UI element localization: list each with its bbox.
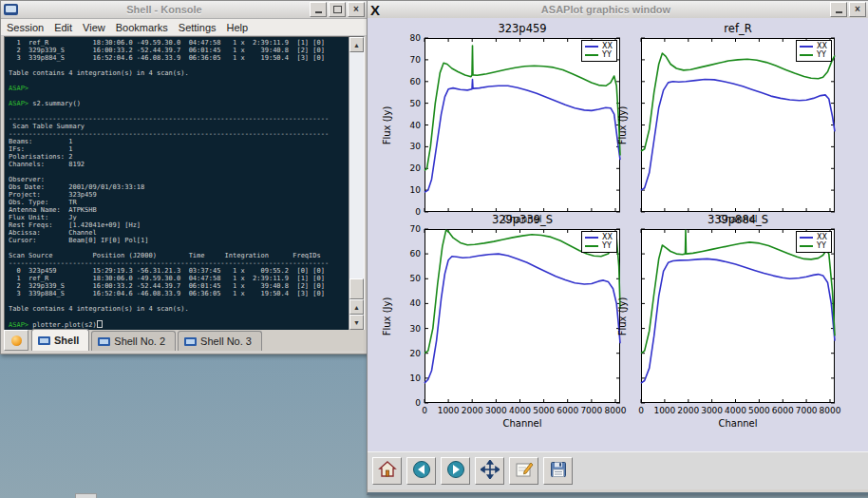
legend-label: XX bbox=[602, 42, 613, 50]
terminal-line: Obs. Type: TR bbox=[9, 199, 349, 206]
menu-item-bookmarks[interactable]: Bookmarks bbox=[116, 22, 168, 33]
konsole-titlebar[interactable]: Shell - Konsole × bbox=[1, 1, 368, 19]
maximize-button[interactable] bbox=[329, 2, 346, 17]
legend-label: XX bbox=[602, 233, 613, 241]
minimize-button[interactable] bbox=[830, 2, 847, 17]
terminal-icon bbox=[184, 337, 197, 346]
tab-label: Shell No. 2 bbox=[114, 335, 165, 347]
plot-title: ref_R bbox=[641, 22, 835, 35]
terminal-line: Abcissa: Channel bbox=[9, 229, 349, 237]
menu-item-session[interactable]: Session bbox=[7, 22, 44, 33]
tab-label: Shell No. 3 bbox=[200, 335, 252, 347]
desktop: Shell - Konsole × SessionEditViewBookmar… bbox=[0, 0, 868, 498]
close-button[interactable]: × bbox=[849, 2, 866, 17]
terminal-line: Beams: 1 bbox=[9, 138, 349, 145]
plot-area[interactable] bbox=[641, 38, 835, 212]
close-icon: × bbox=[353, 5, 359, 14]
asaplot-window-title: ASAPlot graphics window bbox=[384, 4, 828, 15]
menu-item-edit[interactable]: Edit bbox=[54, 22, 72, 33]
legend-line-sample bbox=[585, 237, 598, 239]
plot-area[interactable] bbox=[641, 229, 835, 403]
terminal-line: Observer: bbox=[9, 176, 349, 183]
terminal-line: IFs: 1 bbox=[9, 145, 349, 153]
scrollbar-thumb[interactable] bbox=[349, 278, 364, 299]
forward-button[interactable] bbox=[441, 457, 470, 485]
y-axis-label: Flux (Jy) bbox=[382, 105, 392, 144]
new-session-button[interactable] bbox=[4, 330, 28, 351]
terminal-line bbox=[9, 92, 349, 100]
legend-label: YY bbox=[817, 241, 826, 250]
menu-item-settings[interactable]: Settings bbox=[179, 22, 217, 33]
konsole-window: Shell - Konsole × SessionEditViewBookmar… bbox=[0, 0, 368, 354]
scrollbar-track[interactable] bbox=[349, 52, 364, 278]
minimize-icon bbox=[836, 11, 842, 13]
plot-area[interactable] bbox=[425, 38, 620, 212]
legend: XXYY bbox=[581, 40, 617, 62]
scroll-down-icon[interactable]: ▼ bbox=[349, 315, 364, 330]
y-tick-label: 0 bbox=[398, 398, 421, 408]
minimize-button[interactable] bbox=[310, 2, 327, 17]
terminal-line bbox=[9, 77, 349, 85]
terminal-line: Polarisations: 2 bbox=[9, 153, 349, 161]
legend: XXYY bbox=[796, 40, 832, 62]
subplot-329p339_S: 329p339_S0100020003000400050006000700080… bbox=[425, 229, 620, 403]
terminal-output[interactable]: 1 ref_R 18:30:06.0 -49.59.30.0 04:47:58 … bbox=[5, 37, 349, 330]
y-axis-label: Flux (Jy) bbox=[617, 105, 628, 144]
legend: XXYY bbox=[796, 231, 832, 253]
pan-button[interactable] bbox=[475, 457, 504, 485]
terminal-scrollbar[interactable]: ▲ ▲ ▼ bbox=[349, 37, 364, 330]
forward-icon bbox=[446, 460, 465, 483]
close-icon: × bbox=[855, 5, 860, 14]
tab-label: Shell bbox=[54, 335, 79, 346]
terminal-line: 1 ref_R 18:30:06.0 -49.59.30.0 04:47:58 … bbox=[9, 275, 349, 282]
legend-line-sample bbox=[585, 54, 598, 56]
back-button[interactable] bbox=[406, 457, 436, 485]
tab-shell-no-2[interactable]: Shell No. 2 bbox=[91, 331, 176, 351]
y-tick-label: 50 bbox=[398, 99, 421, 108]
x-axis-label: Channel bbox=[641, 418, 835, 429]
plot-title: 339p884_S bbox=[641, 213, 835, 226]
konsole-window-title: Shell - Konsole bbox=[21, 4, 308, 15]
tab-shell[interactable]: Shell bbox=[31, 329, 89, 351]
plot-area[interactable] bbox=[425, 229, 620, 403]
menu-item-view[interactable]: View bbox=[83, 22, 105, 33]
scroll-up-icon[interactable]: ▲ bbox=[349, 37, 364, 52]
terminal-line: Rest Freqs: [1.42041e+09] [Hz] bbox=[9, 221, 349, 229]
y-axis-label: Flux (Jy) bbox=[382, 297, 392, 335]
terminal-line: 2 329p339_S 16:00:33.2 -52.44.39.7 06:01… bbox=[9, 47, 349, 54]
legend-line-sample bbox=[800, 245, 813, 247]
legend: XXYY bbox=[581, 231, 617, 253]
terminal-line: Flux Unit: Jy bbox=[9, 214, 349, 221]
figure-canvas[interactable]: 323p459Channel01020304050607080Flux (Jy)… bbox=[368, 18, 868, 451]
subplot-ref_R: ref_RChannelFlux (Jy)XXYY bbox=[641, 38, 835, 212]
tab-shell-no-3[interactable]: Shell No. 3 bbox=[178, 331, 262, 351]
save-button[interactable] bbox=[543, 457, 573, 485]
session-tabbar: ShellShell No. 2Shell No. 3 bbox=[4, 330, 365, 351]
legend-line-sample bbox=[800, 237, 813, 239]
legend-label: XX bbox=[817, 233, 827, 241]
y-tick-label: 70 bbox=[398, 224, 421, 234]
x-axis-label: Channel bbox=[425, 418, 620, 429]
edit-button[interactable] bbox=[509, 457, 538, 485]
home-button[interactable] bbox=[372, 457, 402, 485]
asaplot-titlebar[interactable]: X ASAPlot graphics window × bbox=[368, 1, 868, 19]
y-axis-label: Flux (Jy) bbox=[617, 297, 628, 335]
terminal-line: 2 329p339_S 16:00:33.2 -52.44.39.7 06:01… bbox=[9, 282, 349, 290]
plot-toolbar bbox=[368, 451, 868, 489]
terminal-line: Scan Table Summary bbox=[9, 123, 349, 130]
scroll-up2-icon[interactable]: ▲ bbox=[349, 299, 364, 315]
terminal-line bbox=[9, 297, 349, 305]
terminal-line: ----------------------------------------… bbox=[9, 130, 349, 138]
back-icon bbox=[412, 460, 431, 483]
y-tick-label: 40 bbox=[398, 121, 421, 130]
terminal-line: 3 339p884_S 16:52:04.6 -46.08.33.9 06:36… bbox=[9, 290, 349, 297]
menu-item-help[interactable]: Help bbox=[227, 22, 249, 33]
terminal-line: Antenna Name: ATPKSHB bbox=[9, 206, 349, 214]
close-button[interactable]: × bbox=[348, 2, 365, 17]
subplot-323p459: 323p459Channel01020304050607080Flux (Jy)… bbox=[425, 38, 620, 212]
y-tick-label: 10 bbox=[398, 374, 421, 383]
terminal-line: Project: 323p459 bbox=[9, 191, 349, 199]
terminal-line bbox=[9, 168, 349, 176]
terminal-line: ASAP> bbox=[9, 85, 349, 92]
terminal-line bbox=[9, 313, 349, 320]
